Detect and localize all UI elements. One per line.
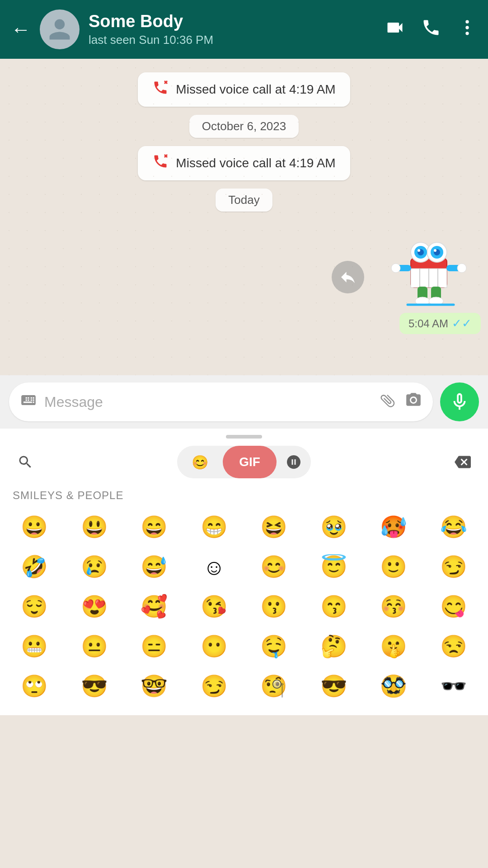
message-tick: ✓✓ [452,316,472,330]
emoji-section-label: Smileys & People [0,486,488,507]
missed-call-text-2: Missed voice call at 4:19 AM [176,156,335,170]
date-bubble-oct6: October 6, 2023 [189,115,299,138]
emoji-monocle[interactable]: 🧐 [245,666,303,706]
missed-call-bubble-1: Missed voice call at 4:19 AM [138,72,350,107]
emoji-squint[interactable]: 😆 [245,507,303,547]
missed-call-icon-2 [152,153,169,173]
chat-area: Missed voice call at 4:19 AM October 6, … [0,59,488,375]
sticker-image[interactable] [372,220,481,310]
delete-emoji-button[interactable] [448,454,477,470]
emoji-sunglasses[interactable]: 😎 [66,666,124,706]
emoji-big-smile[interactable]: 😄 [125,507,183,547]
sticker-message: 5:04 AM ✓✓ [7,220,481,334]
reply-sticker-button[interactable] [332,261,364,293]
emoji-no-mouth[interactable]: 😶 [185,627,244,666]
emoji-tab-group: 😊 GIF [177,446,311,478]
emoji-smirk2[interactable]: 😏 [185,666,244,706]
emoji-search-button[interactable] [11,454,40,470]
missed-call-notification-1: Missed voice call at 4:19 AM [7,72,481,107]
emoji-rofl[interactable]: 🤣 [5,547,64,587]
svg-point-2 [465,32,469,35]
emoji-grin[interactable]: 😃 [66,507,124,547]
emoji-glasses[interactable]: 🕶️ [425,666,483,706]
video-call-button[interactable] [385,18,405,42]
svg-point-1 [465,26,469,29]
message-input-pill[interactable]: Message [9,382,433,421]
emoji-grid-row2: 🤣 😢 😅 ☺ 😊 😇 🙂 😏 [0,547,488,587]
attachment-icon[interactable] [375,388,403,415]
contact-info[interactable]: Some Body last seen Sun 10:36 PM [89,12,376,47]
last-seen: last seen Sun 10:36 PM [89,33,376,47]
sticker-content: 5:04 AM ✓✓ [372,220,481,334]
date-separator-today: Today [7,189,481,212]
emoji-cool[interactable]: 😎 [305,666,363,706]
keyboard-icon[interactable] [20,392,37,413]
back-button[interactable]: ← [11,19,31,39]
person-icon [47,17,72,42]
emoji-smiling-face[interactable]: 😊 [245,547,303,587]
header-actions [385,18,477,42]
emoji-nerd[interactable]: 🤓 [125,666,183,706]
emoji-face-tab[interactable]: 😊 [177,446,223,478]
emoji-kissing-heart[interactable]: 😘 [185,587,244,627]
svg-point-23 [457,264,466,273]
emoji-grid-row4: 😬 😐 😑 😶 🤤 🤔 🤫 😒 [0,627,488,666]
message-input-bar: Message [0,375,488,429]
chat-header: ← Some Body last seen Sun 10:36 PM [0,0,488,59]
missed-call-bubble-2: Missed voice call at 4:19 AM [138,146,350,180]
voice-call-button[interactable] [421,18,441,42]
emoji-hot-sweat[interactable]: 🥵 [365,507,423,547]
emoji-cry[interactable]: 😢 [66,547,124,587]
emoji-neutral[interactable]: 😐 [66,627,124,666]
emoji-lol[interactable]: 😂 [425,507,483,547]
voice-message-button[interactable] [440,382,479,421]
missed-call-icon-1 [152,80,169,99]
missed-call-notification-2: Missed voice call at 4:19 AM [7,146,481,180]
message-placeholder[interactable]: Message [44,394,373,410]
emoji-holding-back-tears[interactable]: 🥹 [305,507,363,547]
emoji-relieved[interactable]: 😌 [5,587,64,627]
sticker-time-row: 5:04 AM ✓✓ [399,313,481,334]
emoji-thinking[interactable]: 🤔 [305,627,363,666]
emoji-slightly-smile[interactable]: 🙂 [365,547,423,587]
date-bubble-today: Today [216,189,272,212]
keyboard-handle [0,429,488,442]
emoji-halo[interactable]: 😇 [305,547,363,587]
emoji-smirk[interactable]: 😏 [425,547,483,587]
svg-point-21 [391,264,400,273]
gif-tab[interactable]: GIF [223,446,277,478]
emoji-expressionless[interactable]: 😑 [125,627,183,666]
emoji-unamused[interactable]: 😒 [425,627,483,666]
emoji-kissing-smiling[interactable]: 😙 [305,587,363,627]
emoji-grimace[interactable]: 😬 [5,627,64,666]
emoji-drool[interactable]: 🤤 [245,627,303,666]
sticker-time: 5:04 AM [408,317,448,330]
emoji-grid-row1: 😀 😃 😄 😁 😆 🥹 🥵 😂 [0,507,488,547]
more-options-button[interactable] [457,18,477,42]
emoji-disguise[interactable]: 🥸 [365,666,423,706]
missed-call-text-1: Missed voice call at 4:19 AM [176,82,335,97]
reply-icon [339,268,357,286]
emoji-smiling-hearts[interactable]: 🥰 [125,587,183,627]
emoji-sweat-smile[interactable]: 😅 [125,547,183,587]
emoji-grinning[interactable]: 😀 [5,507,64,547]
emoji-yum[interactable]: 😋 [425,587,483,627]
emoji-keyboard: 😊 GIF Smileys & People 😀 😃 😄 😁 😆 🥹 🥵 😂 🤣… [0,429,488,715]
emoji-kissing[interactable]: 😗 [245,587,303,627]
avatar[interactable] [40,9,80,49]
sticker-tab[interactable] [277,454,311,470]
mic-icon [449,392,470,412]
drag-handle [226,435,262,439]
emoji-grid-row5: 🙄 😎 🤓 😏 🧐 😎 🥸 🕶️ [0,666,488,706]
sticker-time-bubble: 5:04 AM ✓✓ [399,313,481,334]
camera-icon[interactable] [405,392,422,413]
emoji-roll-eyes[interactable]: 🙄 [5,666,64,706]
emoji-shush[interactable]: 🤫 [365,627,423,666]
emoji-blush-relaxed[interactable]: ☺ [185,547,244,587]
emoji-heart-eyes[interactable]: 😍 [66,587,124,627]
contact-name: Some Body [89,12,376,31]
emoji-kissing-closed[interactable]: 😚 [365,587,423,627]
emoji-beam[interactable]: 😁 [185,507,244,547]
svg-point-19 [434,249,436,252]
date-separator-oct6: October 6, 2023 [7,115,481,138]
